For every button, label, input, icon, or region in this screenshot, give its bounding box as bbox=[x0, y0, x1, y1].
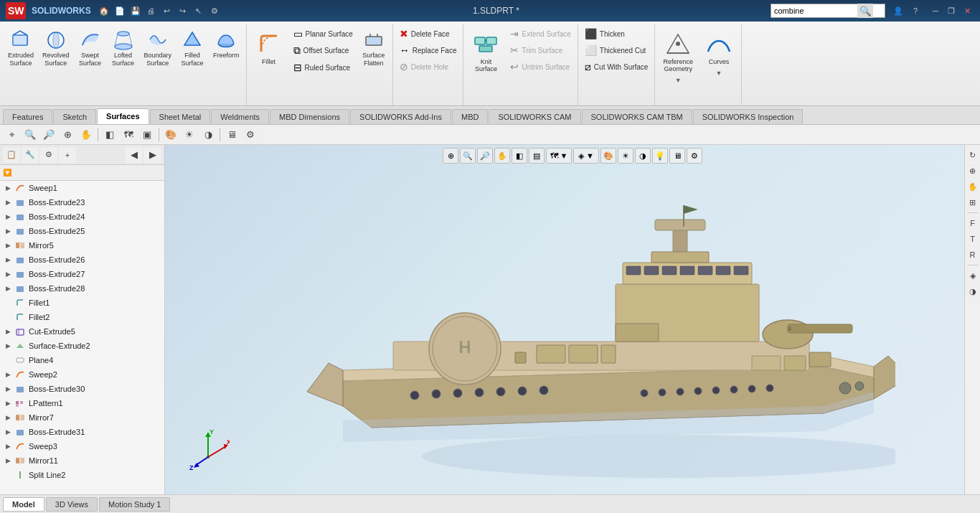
revolved-surface-btn[interactable]: RevolvedSurface bbox=[39, 26, 73, 70]
scene-tool[interactable]: ☀ bbox=[181, 127, 198, 143]
tree-item-mirror5[interactable]: ▶ Mirror5 bbox=[0, 238, 164, 253]
tab-sketch[interactable]: Sketch bbox=[53, 109, 96, 124]
bottom-tab-3d-views[interactable]: 3D Views bbox=[46, 497, 98, 512]
knit-surface-btn[interactable]: KnitSurface bbox=[466, 26, 505, 76]
view-shaded[interactable]: ◑ bbox=[966, 284, 980, 298]
appearance-tool[interactable]: 🎨 bbox=[162, 127, 179, 143]
view-top[interactable]: T bbox=[966, 232, 980, 246]
view-front[interactable]: F bbox=[966, 216, 980, 230]
rotate-tool[interactable]: ⌖ bbox=[3, 127, 20, 143]
search-box[interactable]: 🔍 bbox=[771, 4, 885, 18]
boundary-surface-btn[interactable]: BoundarySurface bbox=[141, 26, 176, 70]
search-button[interactable]: 🔍 bbox=[857, 4, 873, 18]
select-btn[interactable]: ↖ bbox=[192, 4, 206, 17]
tree-item-split-line2[interactable]: Split Line2 bbox=[0, 468, 164, 482]
pan-tool[interactable]: ✋ bbox=[77, 127, 95, 143]
view-rotate-right[interactable]: ↻ bbox=[966, 148, 980, 162]
view-right[interactable]: R bbox=[966, 248, 980, 262]
tab-solidworks-cam-tbm[interactable]: SOLIDWORKS CAM TBM bbox=[582, 109, 692, 124]
undo-btn[interactable]: ↩ bbox=[160, 4, 174, 17]
tree-item-sweep2[interactable]: ▶ Sweep2 bbox=[0, 367, 164, 382]
extra-tool[interactable]: ⚙ bbox=[242, 127, 259, 143]
bottom-tab-model[interactable]: Model bbox=[3, 497, 44, 512]
delete-hole-btn[interactable]: ⊘ Delete Hole bbox=[396, 59, 461, 75]
realview-tool[interactable]: ◑ bbox=[199, 127, 217, 143]
tab-features[interactable]: Features bbox=[3, 109, 52, 124]
search-input[interactable] bbox=[771, 6, 857, 15]
tree-item-boss-extrude30[interactable]: ▶ Boss-Extrude30 bbox=[0, 382, 164, 396]
tree-item-boss-extrude24[interactable]: ▶ Boss-Extrude24 bbox=[0, 210, 164, 224]
tree-item-surface-extrude2[interactable]: ▶ Surface-Extrude2 bbox=[0, 339, 164, 353]
property-mgr-btn[interactable]: 🔧 bbox=[22, 147, 39, 163]
swept-surface-btn[interactable]: SweptSurface bbox=[75, 26, 106, 70]
tree-item-fillet1[interactable]: Fillet1 bbox=[0, 296, 164, 310]
delete-face-btn[interactable]: ✖ Delete Face bbox=[396, 26, 461, 42]
view-zoom-right[interactable]: ⊕ bbox=[966, 164, 980, 178]
tree-item-boss-extrude28[interactable]: ▶ Boss-Extrude28 bbox=[0, 281, 164, 296]
fillet-btn[interactable]: Fillet bbox=[250, 26, 288, 69]
tree-item-lpattern1[interactable]: ▶ LPattern1 bbox=[0, 396, 164, 410]
new-btn[interactable]: 🏠 bbox=[97, 4, 111, 17]
freeform-btn[interactable]: Freeform bbox=[209, 26, 243, 62]
view-fit-right[interactable]: ⊞ bbox=[966, 195, 980, 210]
panel-nav-right[interactable]: ▶ bbox=[144, 147, 161, 163]
untrim-surface-btn[interactable]: ↩ Untrim Surface bbox=[507, 59, 574, 75]
thicken-btn[interactable]: ⬛ Thicken bbox=[581, 26, 652, 42]
display-style-tool[interactable]: ▣ bbox=[138, 127, 156, 143]
view-perspective[interactable]: ◈ bbox=[966, 268, 980, 283]
curves-btn[interactable]: Curves bbox=[699, 26, 738, 69]
replace-face-btn[interactable]: ↔ Replace Face bbox=[396, 42, 461, 58]
tree-item-sweep3[interactable]: ▶ Sweep3 bbox=[0, 439, 164, 453]
tree-item-fillet2[interactable]: Fillet2 bbox=[0, 310, 164, 324]
panel-nav-left[interactable]: ◀ bbox=[126, 147, 143, 163]
extend-surface-btn[interactable]: ⇥ Extend Surface bbox=[507, 26, 574, 42]
tab-solidworks-inspection[interactable]: SOLIDWORKS Inspection bbox=[693, 109, 804, 124]
zoom-out-tool[interactable]: 🔎 bbox=[40, 127, 57, 143]
view-pan-right[interactable]: ✋ bbox=[966, 179, 980, 194]
tab-mbd-dimensions[interactable]: MBD Dimensions bbox=[270, 109, 349, 124]
tree-item-boss-extrude26[interactable]: ▶ Boss-Extrude26 bbox=[0, 253, 164, 267]
monitor-tool[interactable]: 🖥 bbox=[223, 127, 240, 143]
help-btn[interactable]: ? bbox=[908, 4, 923, 17]
zoom-in-tool[interactable]: 🔍 bbox=[22, 127, 39, 143]
print-btn[interactable]: 🖨 bbox=[144, 4, 159, 17]
options-btn[interactable]: ⚙ bbox=[207, 4, 222, 17]
tree-item-plane4[interactable]: Plane4 bbox=[0, 353, 164, 367]
tree-item-boss-extrude25[interactable]: ▶ Boss-Extrude25 bbox=[0, 224, 164, 238]
tree-item-sweep1[interactable]: ▶ Sweep1 bbox=[0, 181, 164, 195]
tab-mbd[interactable]: MBD bbox=[452, 109, 488, 124]
minimize-btn[interactable]: ─ bbox=[928, 4, 943, 17]
feature-mgr-btn[interactable]: 📋 bbox=[3, 147, 20, 163]
config-mgr-btn[interactable]: ⚙ bbox=[40, 147, 57, 163]
curves-dropdown[interactable]: ▼ bbox=[716, 70, 722, 77]
tab-solidworks-addins[interactable]: SOLIDWORKS Add-Ins bbox=[350, 109, 451, 124]
thickened-cut-btn[interactable]: ⬜ Thickened Cut bbox=[581, 42, 652, 58]
bottom-tab-motion-study[interactable]: Motion Study 1 bbox=[99, 497, 170, 512]
reference-geometry-btn[interactable]: ReferenceGeometry bbox=[658, 26, 698, 76]
redo-btn[interactable]: ↪ bbox=[176, 4, 190, 17]
view-orient-tool[interactable]: 🗺 bbox=[120, 127, 137, 143]
tab-surfaces[interactable]: Surfaces bbox=[97, 108, 149, 124]
surface-flatten-btn[interactable]: SurfaceFlatten bbox=[358, 26, 390, 70]
tree-item-boss-extrude31[interactable]: ▶ Boss-Extrude31 bbox=[0, 425, 164, 439]
tab-sheet-metal[interactable]: Sheet Metal bbox=[150, 109, 211, 124]
save-btn[interactable]: 💾 bbox=[128, 4, 143, 17]
extruded-surface-btn[interactable]: ExtrudedSurface bbox=[4, 26, 37, 70]
lofted-surface-btn[interactable]: LoftedSurface bbox=[108, 26, 139, 70]
tab-weldments[interactable]: Weldments bbox=[211, 109, 269, 124]
tree-item-boss-extrude27[interactable]: ▶ Boss-Extrude27 bbox=[0, 267, 164, 281]
addins-mgr-btn[interactable]: + bbox=[59, 147, 76, 163]
trim-surface-btn[interactable]: ✂ Trim Surface bbox=[507, 42, 574, 58]
open-btn[interactable]: 📄 bbox=[113, 4, 127, 17]
cut-with-surface-btn[interactable]: ⧄ Cut With Surface bbox=[581, 59, 652, 75]
restore-btn[interactable]: ❐ bbox=[944, 4, 958, 17]
tree-item-mirror11[interactable]: ▶ Mirror11 bbox=[0, 453, 164, 468]
planar-surface-btn[interactable]: ▭ Planar Surface bbox=[290, 26, 357, 42]
tab-solidworks-cam[interactable]: SOLIDWORKS CAM bbox=[489, 109, 580, 124]
tree-item-cut-extrude5[interactable]: ▶ Cut-Extrude5 bbox=[0, 324, 164, 339]
zoom-fit-tool[interactable]: ⊕ bbox=[59, 127, 76, 143]
filled-surface-btn[interactable]: FilledSurface bbox=[176, 26, 208, 70]
section-view-tool[interactable]: ◧ bbox=[101, 127, 118, 143]
ref-geo-dropdown[interactable]: ▼ bbox=[675, 77, 682, 84]
tree-item-boss-extrude23[interactable]: ▶ Boss-Extrude23 bbox=[0, 195, 164, 210]
